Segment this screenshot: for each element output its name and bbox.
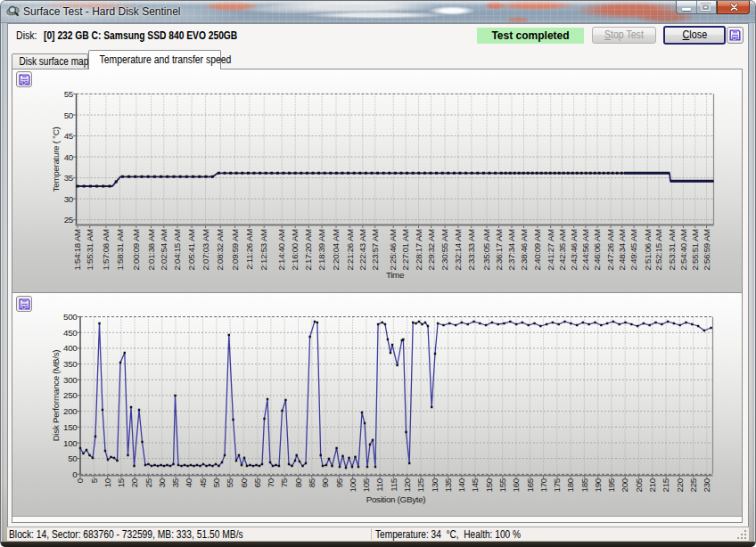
svg-text:450: 450 xyxy=(63,328,78,338)
svg-text:95: 95 xyxy=(334,478,344,487)
svg-text:70: 70 xyxy=(266,478,275,487)
svg-text:215: 215 xyxy=(661,478,670,492)
svg-text:80: 80 xyxy=(293,478,303,487)
svg-text:2:29:32 AM: 2:29:32 AM xyxy=(426,229,436,271)
svg-text:2:47:26 AM: 2:47:26 AM xyxy=(605,229,615,271)
svg-text:2:00:09 AM: 2:00:09 AM xyxy=(131,229,141,271)
svg-text:2:33:33 AM: 2:33:33 AM xyxy=(466,229,476,271)
svg-text:35: 35 xyxy=(170,478,180,487)
svg-text:2:35:05 AM: 2:35:05 AM xyxy=(481,229,491,271)
svg-text:2:44:56 AM: 2:44:56 AM xyxy=(580,229,590,271)
svg-text:5: 5 xyxy=(89,478,99,483)
svg-text:210: 210 xyxy=(647,478,657,492)
svg-text:130: 130 xyxy=(430,478,440,492)
svg-text:2:25:46 AM: 2:25:46 AM xyxy=(388,229,398,271)
svg-text:2:38:46 AM: 2:38:46 AM xyxy=(519,229,529,271)
svg-text:2:30:55 AM: 2:30:55 AM xyxy=(440,229,449,271)
svg-text:225: 225 xyxy=(688,478,698,492)
svg-text:2:46:06 AM: 2:46:06 AM xyxy=(592,229,602,271)
svg-text:150: 150 xyxy=(484,478,494,492)
svg-text:170: 170 xyxy=(538,478,548,492)
svg-text:90: 90 xyxy=(320,478,330,487)
svg-text:160: 160 xyxy=(511,478,521,492)
svg-text:50: 50 xyxy=(68,453,78,463)
svg-text:2:37:34 AM: 2:37:34 AM xyxy=(506,229,516,271)
svg-text:75: 75 xyxy=(279,478,289,487)
svg-text:200: 200 xyxy=(620,478,629,492)
svg-text:500: 500 xyxy=(63,312,78,322)
svg-text:350: 350 xyxy=(63,359,78,369)
svg-text:165: 165 xyxy=(525,478,535,492)
svg-text:2:09:59 AM: 2:09:59 AM xyxy=(230,229,240,271)
svg-text:110: 110 xyxy=(374,478,384,492)
svg-text:105: 105 xyxy=(361,478,371,492)
svg-text:2:11:26 AM: 2:11:26 AM xyxy=(244,229,254,270)
svg-text:1:55:31 AM: 1:55:31 AM xyxy=(85,229,94,271)
svg-text:0: 0 xyxy=(72,469,78,479)
svg-text:Time: Time xyxy=(386,270,405,280)
svg-text:220: 220 xyxy=(675,478,685,492)
svg-text:145: 145 xyxy=(470,478,480,492)
svg-text:180: 180 xyxy=(565,478,575,492)
svg-text:2:23:57 AM: 2:23:57 AM xyxy=(370,229,380,271)
svg-text:2:51:06 AM: 2:51:06 AM xyxy=(643,229,653,271)
svg-text:85: 85 xyxy=(307,478,316,487)
svg-text:20: 20 xyxy=(129,478,139,487)
svg-text:190: 190 xyxy=(593,478,603,492)
svg-text:150: 150 xyxy=(63,422,78,432)
svg-text:2:16:00 AM: 2:16:00 AM xyxy=(290,229,300,271)
svg-text:55: 55 xyxy=(225,478,234,487)
svg-text:40: 40 xyxy=(184,478,193,487)
svg-text:250: 250 xyxy=(63,390,78,400)
svg-text:2:14:40 AM: 2:14:40 AM xyxy=(276,229,286,271)
svg-text:100: 100 xyxy=(348,478,357,492)
svg-text:Disk Performance (MB/s): Disk Performance (MB/s) xyxy=(51,350,61,442)
svg-text:155: 155 xyxy=(497,478,507,492)
svg-text:2:27:01 AM: 2:27:01 AM xyxy=(400,229,410,271)
svg-text:Position (GByte): Position (GByte) xyxy=(366,494,426,504)
svg-text:50: 50 xyxy=(64,110,74,120)
svg-text:50: 50 xyxy=(211,478,221,487)
svg-text:2:08:32 AM: 2:08:32 AM xyxy=(215,229,225,271)
svg-text:45: 45 xyxy=(64,131,74,141)
svg-text:205: 205 xyxy=(634,478,644,492)
svg-text:2:40:09 AM: 2:40:09 AM xyxy=(532,229,542,271)
svg-text:1:54:18 AM: 1:54:18 AM xyxy=(72,229,82,271)
svg-text:1:58:31 AM: 1:58:31 AM xyxy=(115,229,125,271)
svg-text:185: 185 xyxy=(579,478,589,492)
svg-text:2:28:17 AM: 2:28:17 AM xyxy=(414,229,423,271)
svg-text:2:52:15 AM: 2:52:15 AM xyxy=(653,229,663,271)
svg-text:2:12:53 AM: 2:12:53 AM xyxy=(259,229,268,271)
svg-text:2:22:43 AM: 2:22:43 AM xyxy=(357,229,367,271)
svg-text:2:32:14 AM: 2:32:14 AM xyxy=(453,229,463,271)
svg-text:230: 230 xyxy=(702,478,711,492)
svg-text:30: 30 xyxy=(64,194,74,204)
svg-text:2:01:38 AM: 2:01:38 AM xyxy=(146,229,156,271)
svg-text:125: 125 xyxy=(415,478,425,492)
svg-text:200: 200 xyxy=(63,406,78,416)
svg-text:1:57:08 AM: 1:57:08 AM xyxy=(101,229,111,271)
svg-text:60: 60 xyxy=(239,478,249,487)
svg-text:115: 115 xyxy=(389,478,399,492)
svg-text:2:04:15 AM: 2:04:15 AM xyxy=(172,229,182,271)
svg-text:100: 100 xyxy=(63,438,78,448)
svg-text:2:17:20 AM: 2:17:20 AM xyxy=(303,229,313,271)
svg-text:2:55:51 AM: 2:55:51 AM xyxy=(690,229,700,271)
svg-text:Temperature ( °C): Temperature ( °C) xyxy=(51,127,61,192)
svg-text:45: 45 xyxy=(198,478,208,487)
svg-text:0: 0 xyxy=(75,478,85,483)
svg-text:40: 40 xyxy=(64,152,74,162)
svg-text:15: 15 xyxy=(116,478,126,487)
svg-text:2:36:17 AM: 2:36:17 AM xyxy=(494,229,504,271)
svg-text:2:56:59 AM: 2:56:59 AM xyxy=(702,229,711,271)
svg-text:2:02:54 AM: 2:02:54 AM xyxy=(159,229,168,271)
svg-text:2:54:40 AM: 2:54:40 AM xyxy=(678,229,688,271)
svg-text:2:49:45 AM: 2:49:45 AM xyxy=(629,229,638,271)
svg-text:400: 400 xyxy=(63,343,78,353)
svg-text:2:21:26 AM: 2:21:26 AM xyxy=(345,229,355,271)
svg-text:35: 35 xyxy=(64,173,74,183)
svg-text:2:05:41 AM: 2:05:41 AM xyxy=(186,229,196,271)
svg-text:2:41:27 AM: 2:41:27 AM xyxy=(546,229,555,271)
svg-text:2:20:04 AM: 2:20:04 AM xyxy=(331,229,341,271)
svg-text:120: 120 xyxy=(402,478,412,492)
